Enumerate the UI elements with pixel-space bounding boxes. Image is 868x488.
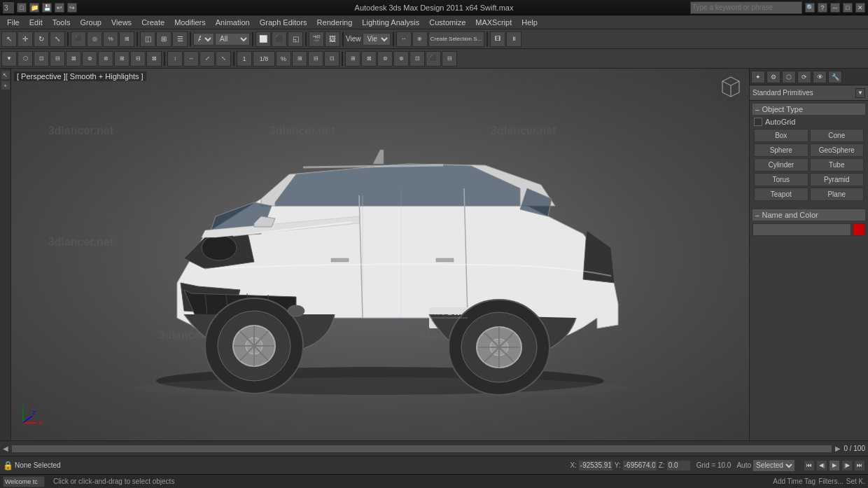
select-btn[interactable]: ↖ (1, 32, 17, 47)
open-btn[interactable]: 📁 (29, 3, 39, 13)
dropdown-arrow[interactable]: ▼ (855, 88, 865, 98)
left-btn1[interactable]: ↖ (1, 70, 10, 80)
tb2-btn5[interactable]: ⊠ (66, 51, 81, 67)
next-frame-btn[interactable]: ⏭ (854, 460, 865, 471)
menu-views[interactable]: Views (107, 17, 136, 28)
menu-file[interactable]: File (3, 17, 24, 28)
collapse-object-type[interactable]: – (755, 106, 760, 113)
prim-sphere[interactable]: Sphere (754, 144, 808, 157)
prim-tube[interactable]: Tube (810, 158, 864, 172)
collapse-name-color[interactable]: – (755, 211, 760, 219)
rp-modify[interactable]: ⚙ (766, 71, 780, 83)
menu-tools[interactable]: Tools (48, 17, 75, 28)
tb2-btn13[interactable]: ⤢ (200, 51, 215, 67)
tb2-effects[interactable]: ⊚ (377, 51, 393, 67)
new-btn[interactable]: □ (17, 3, 27, 13)
set-k-label[interactable]: Set K. (846, 477, 865, 485)
tb2-environment[interactable]: ⊠ (361, 51, 377, 67)
tb2-btn18[interactable]: ⊞ (292, 51, 307, 67)
pivot-btn[interactable]: ⊕ (412, 32, 428, 47)
move-btn[interactable]: ✛ (18, 32, 33, 47)
y-input[interactable] (622, 460, 657, 471)
menu-rendering[interactable]: Rendering (313, 17, 357, 28)
tb2-btn2[interactable]: ⬡ (18, 51, 33, 67)
keyboard-shortcut-btn[interactable]: 🎞 (490, 32, 505, 47)
select-region-btn[interactable]: ⬜ (255, 32, 271, 47)
rp-motion[interactable]: ⟳ (797, 71, 811, 83)
close-btn[interactable]: ✕ (855, 3, 865, 13)
tb2-btn9[interactable]: ⊟ (130, 51, 146, 67)
prim-cylinder[interactable]: Cylinder (754, 158, 808, 172)
tb2-btn4[interactable]: ⊟ (50, 51, 65, 67)
timeline-slider[interactable] (11, 445, 832, 453)
tb2-activeshade[interactable]: ⊟ (442, 51, 457, 67)
crossing-btn[interactable]: ◱ (288, 32, 303, 47)
add-time-tag[interactable]: Add Time Tag (773, 477, 816, 485)
window-cross-btn[interactable]: ⬛ (272, 32, 287, 47)
rp-utilities[interactable]: 🔧 (828, 71, 842, 83)
snap-btn[interactable]: ⬛ (71, 32, 86, 47)
prev-frame-btn[interactable]: ⏮ (804, 460, 815, 471)
viewport[interactable]: 3dlancer.net 3dlancer.net 3dlancer.net 3… (11, 69, 749, 440)
tb2-btn12[interactable]: ↔ (183, 51, 199, 67)
tb2-btn10[interactable]: ⊠ (146, 51, 162, 67)
name-input[interactable] (752, 223, 851, 236)
tb2-btn11[interactable]: ↕ (167, 51, 183, 67)
search-input[interactable] (690, 1, 802, 14)
prev-key-btn[interactable]: ◀| (816, 460, 827, 471)
spinner-snap-btn[interactable]: ⊞ (119, 32, 134, 47)
rotate-btn[interactable]: ↻ (34, 32, 49, 47)
tb2-btn15[interactable]: 1 (237, 51, 252, 67)
tb2-btn6[interactable]: ⊚ (82, 51, 97, 67)
rp-hierarchy[interactable]: ⬡ (782, 71, 796, 83)
menu-group[interactable]: Group (76, 17, 106, 28)
auto-dropdown[interactable]: Selected (752, 459, 795, 472)
view-dropdown[interactable]: View (363, 33, 391, 46)
undo-btn[interactable]: ↩ (55, 3, 64, 13)
tb2-render-frame[interactable]: ⊡ (410, 51, 425, 67)
tb2-btn3[interactable]: ⊡ (34, 51, 49, 67)
save-btn[interactable]: 💾 (42, 3, 52, 13)
menu-help[interactable]: Help (517, 17, 542, 28)
search-btn[interactable]: 🔍 (805, 3, 815, 13)
play-btn[interactable]: ▶ (829, 460, 840, 471)
scale-btn[interactable]: ⤡ (50, 32, 65, 47)
align-btn[interactable]: ⊞ (156, 32, 172, 47)
x-input[interactable] (578, 460, 613, 471)
minimize-btn[interactable]: ─ (830, 3, 840, 13)
maximize-btn[interactable]: □ (843, 3, 853, 13)
tb2-btn14[interactable]: ⤡ (216, 51, 231, 67)
welcome-tab[interactable]: Welcome tc (3, 476, 45, 487)
menu-animation[interactable]: Animation (211, 17, 254, 28)
mirror-btn[interactable]: ◫ (140, 32, 155, 47)
angle-snap-btn[interactable]: ◎ (87, 32, 102, 47)
anim-mode-btn[interactable]: ⏸ (506, 32, 522, 47)
prim-plane[interactable]: Plane (810, 188, 864, 201)
tb2-btn1[interactable]: ▼ (1, 51, 17, 67)
transform-btn[interactable]: ↔ (396, 32, 412, 47)
menu-graph-editors[interactable]: Graph Editors (255, 17, 312, 28)
tb2-quick-render[interactable]: ⬛ (426, 51, 441, 67)
help-btn[interactable]: ? (818, 3, 827, 13)
prim-cone[interactable]: Cone (810, 129, 864, 142)
tb2-btn16[interactable]: 1/8 (253, 51, 275, 67)
prim-torus[interactable]: Torus (754, 173, 808, 186)
render-btn[interactable]: 🖼 (325, 32, 340, 47)
percent-snap-btn[interactable]: % (103, 32, 118, 47)
rp-display[interactable]: 👁 (813, 71, 827, 83)
menu-modifiers[interactable]: Modifiers (170, 17, 210, 28)
autogrid-checkbox[interactable] (754, 118, 762, 126)
reference-dropdown[interactable]: All (193, 33, 214, 46)
menu-customize[interactable]: Customize (425, 17, 470, 28)
tb2-material[interactable]: ⊛ (393, 51, 409, 67)
prim-teapot[interactable]: Teapot (754, 188, 808, 201)
redo-btn[interactable]: ↪ (67, 3, 77, 13)
prim-geosphere[interactable]: GeoSphere (810, 144, 864, 157)
tb2-btn17[interactable]: % (276, 51, 291, 67)
render-setup-btn[interactable]: 🎬 (309, 32, 324, 47)
color-swatch[interactable] (853, 223, 865, 236)
menu-create[interactable]: Create (137, 17, 169, 28)
tb2-btn19[interactable]: ⊟ (308, 51, 323, 67)
use-selection-btn[interactable]: Create Selection S... (428, 32, 484, 47)
tb2-btn8[interactable]: ⊞ (114, 51, 130, 67)
